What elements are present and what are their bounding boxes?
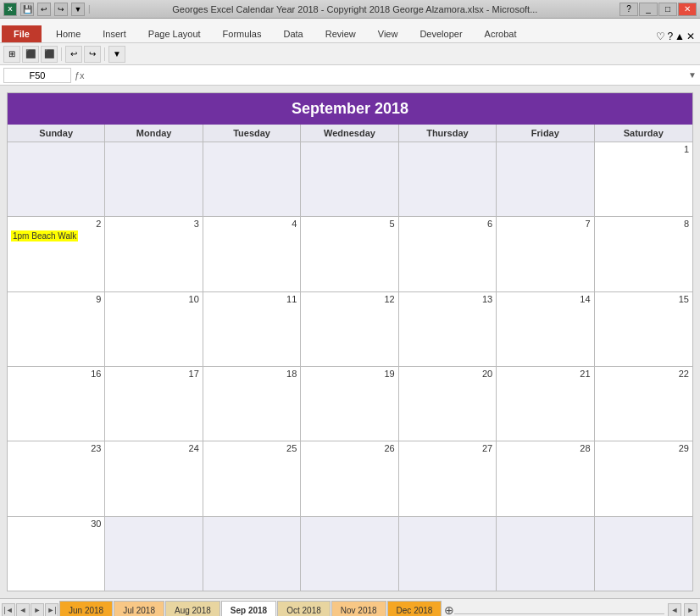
cal-cell-r2-fri[interactable]: 7 xyxy=(497,217,594,291)
toolbar-btn-1[interactable]: ⊞ xyxy=(3,46,20,63)
undo-icon[interactable]: ↩ xyxy=(37,3,51,16)
tab-nav-first[interactable]: |◄ xyxy=(2,603,15,617)
formula-dropdown-icon[interactable]: ▼ xyxy=(688,70,697,80)
cal-cell-r3-tue[interactable]: 11 xyxy=(203,292,301,366)
date-12: 12 xyxy=(304,294,394,304)
cal-cell-r6-sat[interactable] xyxy=(595,517,692,591)
cal-cell-r3-sat[interactable]: 15 xyxy=(595,292,692,366)
close-btn[interactable]: ✕ xyxy=(678,3,697,16)
toolbar-btn-2[interactable]: ⬛ xyxy=(22,46,39,63)
cal-cell-r1-mon[interactable] xyxy=(105,142,203,216)
minimize-ribbon-icon[interactable]: ▲ xyxy=(675,31,685,42)
sheet-tab-aug2018[interactable]: Aug 2018 xyxy=(165,601,220,617)
cal-cell-r1-sun[interactable] xyxy=(8,142,105,216)
cal-cell-r6-sun[interactable]: 30 xyxy=(8,517,105,591)
cell-reference-input[interactable]: F50 xyxy=(3,68,71,83)
cal-cell-r2-sun[interactable]: 2 1pm Beach Walk xyxy=(8,217,105,291)
cal-cell-r4-sat[interactable]: 22 xyxy=(595,367,692,441)
cal-cell-r5-tue[interactable]: 25 xyxy=(203,441,301,515)
excel-icon: X xyxy=(3,3,17,16)
cal-cell-r5-fri[interactable]: 28 xyxy=(497,441,594,515)
toolbar-btn-3[interactable]: ⬛ xyxy=(41,46,58,63)
sheet-tab-sep2018[interactable]: Sep 2018 xyxy=(221,601,276,617)
cal-cell-r3-wed[interactable]: 12 xyxy=(301,292,398,366)
cal-cell-r6-mon[interactable] xyxy=(105,517,203,591)
tab-nav-last[interactable]: ►| xyxy=(45,603,58,617)
cal-cell-r2-mon[interactable]: 3 xyxy=(105,217,203,291)
save-icon[interactable]: 💾 xyxy=(20,3,34,16)
cal-cell-r4-wed[interactable]: 19 xyxy=(301,367,398,441)
tab-review[interactable]: Review xyxy=(314,25,367,42)
cal-cell-r4-fri[interactable]: 21 xyxy=(497,367,594,441)
ribbon: File Home Insert Page Layout Formulas Da… xyxy=(0,19,700,43)
cal-cell-r4-sun[interactable]: 16 xyxy=(8,367,105,441)
heart-icon[interactable]: ♡ xyxy=(656,31,665,42)
cal-cell-r3-thu[interactable]: 13 xyxy=(399,292,497,366)
help-btn[interactable]: ? xyxy=(619,3,638,16)
redo-icon[interactable]: ↪ xyxy=(54,3,68,16)
sheet-tab-oct2018[interactable]: Oct 2018 xyxy=(277,601,331,617)
cal-cell-r1-fri[interactable] xyxy=(497,142,594,216)
toolbar-btn-4[interactable]: ↩ xyxy=(65,46,82,63)
cal-cell-r3-mon[interactable]: 10 xyxy=(105,292,203,366)
sheet-tab-jul2018[interactable]: Jul 2018 xyxy=(114,601,164,617)
close-ribbon-icon[interactable]: ✕ xyxy=(686,31,695,42)
cal-cell-r2-wed[interactable]: 5 xyxy=(301,217,398,291)
formula-func-icon[interactable]: ƒx xyxy=(75,70,85,80)
tab-formulas[interactable]: Formulas xyxy=(212,25,273,42)
tab-nav-next[interactable]: ► xyxy=(31,603,44,617)
minimize-btn[interactable]: _ xyxy=(639,3,658,16)
cal-cell-r2-sat[interactable]: 8 xyxy=(595,217,692,291)
cal-cell-r4-thu[interactable]: 20 xyxy=(399,367,497,441)
cal-cell-r1-wed[interactable] xyxy=(301,142,398,216)
tab-view[interactable]: View xyxy=(367,25,409,42)
toolbar-sep-2 xyxy=(104,47,105,61)
tab-home[interactable]: Home xyxy=(45,25,92,42)
tab-insert[interactable]: Insert xyxy=(92,25,137,42)
cal-cell-r2-thu[interactable]: 6 xyxy=(399,217,497,291)
cal-cell-r4-tue[interactable]: 18 xyxy=(203,367,301,441)
cal-cell-r3-fri[interactable]: 14 xyxy=(497,292,594,366)
customize-icon[interactable]: ▼ xyxy=(71,3,85,16)
tab-page-layout[interactable]: Page Layout xyxy=(137,25,212,42)
cal-cell-r5-sat[interactable]: 29 xyxy=(595,441,692,515)
cal-cell-r6-fri[interactable] xyxy=(497,517,594,591)
toolbar-dropdown[interactable]: ▼ xyxy=(108,46,125,63)
scroll-right-btn[interactable]: ► xyxy=(684,603,697,617)
cal-cell-r5-wed[interactable]: 26 xyxy=(301,441,398,515)
formula-bar: F50 ƒx ▼ xyxy=(0,65,700,86)
cal-row-6: 30 xyxy=(8,517,692,591)
sheet-tab-nov2018[interactable]: Nov 2018 xyxy=(331,601,386,617)
cal-cell-r5-thu[interactable]: 27 xyxy=(399,441,497,515)
calendar-title: September 2018 xyxy=(8,93,692,125)
sheet-tab-jun2018[interactable]: Jun 2018 xyxy=(59,601,113,617)
tab-file[interactable]: File xyxy=(2,25,42,42)
cal-cell-r1-sat[interactable]: 1 xyxy=(595,142,692,216)
cal-row-4: 16 17 18 19 20 21 22 xyxy=(8,367,692,441)
cal-cell-r1-thu[interactable] xyxy=(399,142,497,216)
sheet-tab-extra-icon[interactable]: ⊕ xyxy=(444,603,454,617)
cal-cell-r3-sun[interactable]: 9 xyxy=(8,292,105,366)
date-25: 25 xyxy=(207,443,297,453)
cal-cell-r2-tue[interactable]: 4 xyxy=(203,217,301,291)
cal-cell-r5-mon[interactable]: 24 xyxy=(105,441,203,515)
tab-nav-prev[interactable]: ◄ xyxy=(16,603,30,617)
title-controls: ? _ □ ✕ xyxy=(619,3,697,16)
toolbar-btn-5[interactable]: ↪ xyxy=(84,46,101,63)
cal-cell-r5-sun[interactable]: 23 xyxy=(8,441,105,515)
restore-btn[interactable]: □ xyxy=(658,3,677,16)
cal-cell-r6-wed[interactable] xyxy=(301,517,398,591)
cal-cell-r4-mon[interactable]: 17 xyxy=(105,367,203,441)
help-icon[interactable]: ? xyxy=(667,31,673,42)
date-23: 23 xyxy=(11,443,101,453)
cal-cell-r6-tue[interactable] xyxy=(203,517,301,591)
tab-data[interactable]: Data xyxy=(272,25,314,42)
cal-cell-r1-tue[interactable] xyxy=(203,142,301,216)
toolbar-sep-1 xyxy=(61,47,62,61)
tab-acrobat[interactable]: Acrobat xyxy=(474,25,528,42)
tab-developer[interactable]: Developer xyxy=(408,25,473,42)
sheet-tab-dec2018[interactable]: Dec 2018 xyxy=(387,601,442,617)
scroll-left-btn[interactable]: ◄ xyxy=(668,603,681,617)
formula-input[interactable] xyxy=(88,69,685,82)
cal-cell-r6-thu[interactable] xyxy=(399,517,497,591)
